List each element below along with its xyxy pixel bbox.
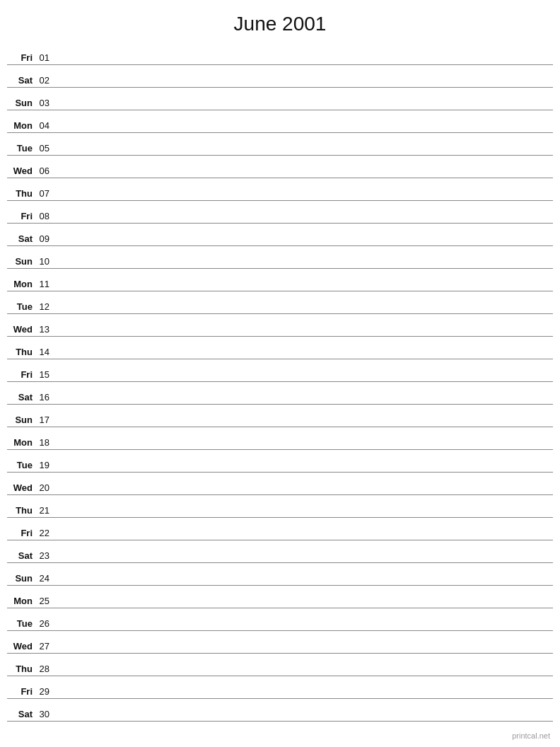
day-number: 16 — [35, 392, 55, 403]
day-line — [55, 379, 553, 380]
day-name: Tue — [7, 301, 35, 312]
day-number: 18 — [35, 437, 55, 448]
day-number: 30 — [35, 709, 55, 719]
day-name: Mon — [7, 279, 35, 289]
day-line — [55, 311, 553, 312]
day-number: 01 — [35, 52, 55, 63]
day-row: Fri29 — [7, 676, 553, 699]
day-line — [55, 108, 553, 108]
day-name: Sun — [7, 98, 35, 108]
day-row: Sat09 — [7, 224, 553, 246]
day-number: 11 — [35, 279, 55, 289]
day-row: Thu21 — [7, 495, 553, 518]
footer-text: printcal.net — [512, 731, 550, 740]
day-line — [55, 538, 553, 538]
day-row: Tue19 — [7, 450, 553, 473]
day-number: 17 — [35, 415, 55, 425]
day-line — [55, 696, 553, 697]
day-number: 26 — [35, 618, 55, 629]
day-line — [55, 673, 553, 674]
day-line — [55, 221, 553, 221]
day-row: Fri01 — [7, 42, 553, 65]
day-number: 29 — [35, 686, 55, 697]
day-line — [55, 334, 553, 335]
day-row: Sat16 — [7, 382, 553, 405]
day-line — [55, 719, 553, 719]
day-line — [55, 266, 553, 267]
day-name: Tue — [7, 143, 35, 154]
day-name: Wed — [7, 166, 35, 176]
day-line — [55, 606, 553, 606]
day-name: Sun — [7, 256, 35, 267]
day-row: Sat23 — [7, 540, 553, 563]
page-title: June 2001 — [0, 0, 560, 42]
day-line — [55, 447, 553, 448]
day-number: 13 — [35, 324, 55, 335]
day-row: Sun03 — [7, 88, 553, 110]
day-number: 27 — [35, 641, 55, 652]
day-number: 05 — [35, 143, 55, 154]
day-line — [55, 243, 553, 244]
day-row: Fri15 — [7, 359, 553, 382]
day-number: 19 — [35, 460, 55, 470]
day-name: Sun — [7, 415, 35, 425]
day-number: 04 — [35, 120, 55, 131]
day-line — [55, 583, 553, 584]
day-name: Thu — [7, 188, 35, 199]
day-name: Wed — [7, 324, 35, 335]
day-line — [55, 62, 553, 63]
day-name: Fri — [7, 211, 35, 221]
day-name: Tue — [7, 618, 35, 629]
day-row: Sat02 — [7, 65, 553, 88]
day-row: Mon04 — [7, 110, 553, 133]
day-line — [55, 175, 553, 176]
day-name: Tue — [7, 460, 35, 470]
day-line — [55, 85, 553, 86]
day-row: Sat30 — [7, 699, 553, 722]
day-name: Thu — [7, 664, 35, 674]
day-line — [55, 402, 553, 403]
day-name: Wed — [7, 482, 35, 493]
day-row: Thu14 — [7, 337, 553, 359]
day-row: Sun10 — [7, 246, 553, 269]
day-row: Sun17 — [7, 405, 553, 427]
day-number: 03 — [35, 98, 55, 108]
day-number: 06 — [35, 166, 55, 176]
day-line — [55, 153, 553, 154]
day-number: 07 — [35, 188, 55, 199]
day-line — [55, 130, 553, 131]
day-row: Thu07 — [7, 178, 553, 201]
day-row: Wed13 — [7, 314, 553, 337]
day-number: 22 — [35, 528, 55, 538]
day-line — [55, 515, 553, 516]
day-row: Mon18 — [7, 427, 553, 450]
day-row: Sun24 — [7, 563, 553, 586]
day-row: Fri22 — [7, 518, 553, 540]
day-line — [55, 628, 553, 629]
day-row: Mon25 — [7, 586, 553, 608]
day-row: Tue05 — [7, 133, 553, 156]
day-line — [55, 289, 553, 289]
day-line — [55, 357, 553, 357]
day-row: Mon11 — [7, 269, 553, 291]
day-name: Fri — [7, 528, 35, 538]
day-number: 25 — [35, 596, 55, 606]
day-name: Sat — [7, 550, 35, 561]
day-number: 14 — [35, 347, 55, 357]
day-row: Tue12 — [7, 291, 553, 314]
day-name: Thu — [7, 505, 35, 516]
day-name: Sat — [7, 233, 35, 244]
day-number: 24 — [35, 573, 55, 584]
day-number: 10 — [35, 256, 55, 267]
day-name: Fri — [7, 686, 35, 697]
day-name: Thu — [7, 347, 35, 357]
day-row: Fri08 — [7, 201, 553, 224]
day-number: 08 — [35, 211, 55, 221]
day-line — [55, 651, 553, 652]
day-name: Mon — [7, 120, 35, 131]
day-number: 12 — [35, 301, 55, 312]
day-row: Wed20 — [7, 473, 553, 495]
day-line — [55, 198, 553, 199]
day-name: Sat — [7, 392, 35, 403]
day-name: Sat — [7, 709, 35, 719]
